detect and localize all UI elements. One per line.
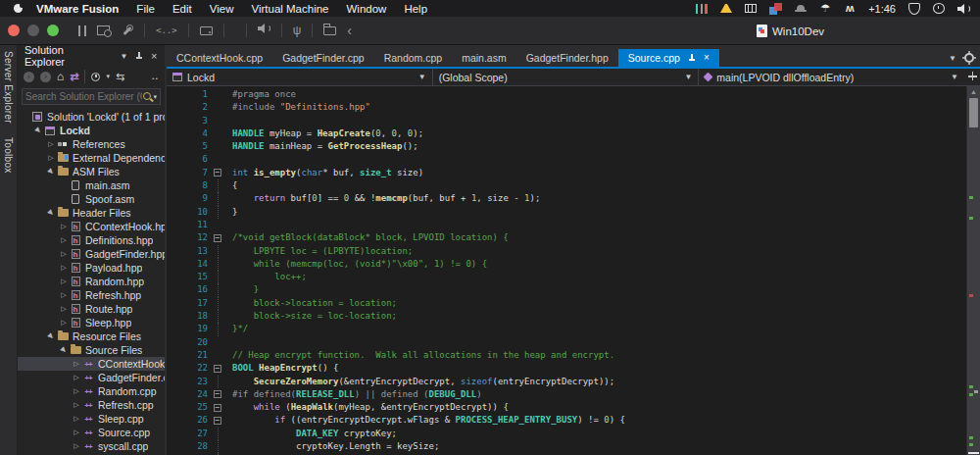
code-line-6[interactable]: 6 <box>167 153 966 166</box>
fan-icon[interactable]: ʍ <box>844 2 856 15</box>
collapsed-arrow-icon[interactable]: ▷ <box>72 374 81 381</box>
fold-toggle[interactable]: − <box>208 167 232 179</box>
search-input[interactable] <box>25 91 142 102</box>
code-line-8[interactable]: 8{ <box>167 179 966 192</box>
tab-random-cpp[interactable]: Random.cpp <box>374 49 453 67</box>
tree-item-lockd[interactable]: ▶Lockd <box>18 124 165 137</box>
scrollbar-up-icon[interactable]: ▲ <box>967 88 980 95</box>
scrollbar-thumb[interactable] <box>969 98 978 127</box>
code-line-14[interactable]: 14 while (memcmp(loc, (void*)"\x00", 1) … <box>167 258 966 271</box>
levels-icon[interactable] <box>696 4 708 14</box>
umbrella-icon[interactable]: ☂ <box>819 2 831 15</box>
code-line-5[interactable]: 5HANDLE mainHeap = GetProcessHeap(); <box>167 140 966 153</box>
search-options-caret-icon[interactable]: ▾ <box>153 93 157 101</box>
tree-item-asm-files[interactable]: ▶ASM Files <box>18 165 165 178</box>
code-line-23[interactable]: 23 SecureZeroMemory(&entryEncryptDecrypt… <box>167 376 966 388</box>
collapsed-arrow-icon[interactable]: ▷ <box>59 264 69 272</box>
code-line-15[interactable]: 15 loc++; <box>167 271 966 283</box>
tree-item-main-asm[interactable]: main.asm <box>18 178 165 192</box>
editor-scrollbar[interactable]: ▲ <box>966 86 980 455</box>
collapse-box-icon[interactable]: − <box>214 365 221 373</box>
tree-item-refresh-hpp[interactable]: ▷hRefresh.hpp <box>18 288 165 302</box>
search-icon[interactable] <box>142 91 153 102</box>
window-zoom-button[interactable] <box>47 25 59 36</box>
code-line-10[interactable]: 10} <box>167 206 966 219</box>
refresh-icon[interactable]: ⇆ <box>116 71 124 83</box>
tab-source-cpp[interactable]: Source.cpp× <box>618 49 719 67</box>
usb-icon[interactable]: ψ <box>293 24 302 37</box>
code-editor[interactable]: 1#pragma once2#include "Definitions.hpp"… <box>167 86 980 455</box>
tree-item-ccontexthook-hpp[interactable]: ▷hCContextHook.hpp <box>18 220 165 233</box>
code-line-4[interactable]: 4HANDLE myHeap = HeapCreate(0, 0, 0); <box>167 127 966 140</box>
code-line-7[interactable]: 7−int is_empty(char* buf, size_t size) <box>167 167 966 179</box>
clock-icon[interactable] <box>933 3 945 14</box>
apple-logo-icon[interactable] <box>14 4 23 13</box>
pin-icon[interactable] <box>133 50 144 62</box>
tree-item-gadgetfinder-hpp[interactable]: ▷hGadgetFinder.hpp <box>18 247 165 261</box>
tree-item-ccontexthook-cpp[interactable]: ▷++CContextHook.cpp <box>18 357 165 371</box>
tab-gadgetfinder-cpp[interactable]: GadgetFinder.cpp <box>272 49 373 67</box>
collapsed-arrow-icon[interactable]: ▷ <box>46 154 56 162</box>
fold-toggle[interactable]: − <box>208 414 232 427</box>
hat-icon[interactable] <box>795 4 807 13</box>
warning-icon[interactable] <box>720 4 732 13</box>
code-line-17[interactable]: 17 block->location = location; <box>167 297 966 310</box>
menu-window[interactable]: Window <box>347 3 387 15</box>
scope-dropdown[interactable]: (Global Scope) ▼ <box>433 69 700 85</box>
window-minimize-button[interactable] <box>27 25 39 36</box>
panel-menu-caret-icon[interactable]: ▼ <box>119 50 129 62</box>
tree-item-random-cpp[interactable]: ▷++Random.cpp <box>18 384 165 398</box>
collapsed-arrow-icon[interactable]: ▷ <box>59 291 69 299</box>
menu-file[interactable]: File <box>136 3 155 15</box>
collapsed-arrow-icon[interactable]: ▷ <box>46 140 56 148</box>
close-panel-icon[interactable]: × <box>149 50 160 62</box>
code-line-12[interactable]: 12−/*void getBlock(dataBlock* block, LPV… <box>167 231 966 244</box>
code-line-26[interactable]: 26− if ((entryEncryptDecrypt.wFlags & PR… <box>167 414 966 427</box>
vertical-tab-toolbox[interactable]: Toolbox <box>3 137 14 174</box>
gear-icon[interactable] <box>964 53 974 63</box>
menu-edit[interactable]: Edit <box>172 3 192 15</box>
code-line-28[interactable]: 28 cryptoKey.Length = keySize; <box>167 440 966 453</box>
tree-item-references[interactable]: ▷References <box>18 137 165 151</box>
code-line-13[interactable]: 13 LPBYTE loc = (LPBYTE)location; <box>167 245 966 258</box>
code-line-27[interactable]: 27 DATA_KEY cryptoKey; <box>167 428 966 440</box>
tree-item-gadgetfinder-cpp[interactable]: ▷++GadgetFinder.cpp <box>18 371 165 384</box>
collapsed-arrow-icon[interactable]: ▷ <box>59 250 69 258</box>
back-icon[interactable]: ‹ <box>347 24 352 37</box>
shield-icon[interactable] <box>908 3 920 15</box>
tree-item-sleep-hpp[interactable]: ▷hSleep.hpp <box>18 316 165 329</box>
tree-item-external-dependencies[interactable]: ▷External Dependencies <box>18 151 165 165</box>
code-line-11[interactable]: 11 <box>167 219 966 231</box>
code-line-16[interactable]: 16 } <box>167 283 966 296</box>
code-line-2[interactable]: 2#include "Definitions.hpp" <box>167 101 966 114</box>
drive-icon[interactable] <box>200 26 213 35</box>
tree-item-refresh-cpp[interactable]: ▷++Refresh.cpp <box>18 398 165 412</box>
menu-help[interactable]: Help <box>404 3 427 15</box>
wrench-icon[interactable] <box>121 25 133 37</box>
code-line-19[interactable]: 19}*/ <box>167 323 966 335</box>
code-line-21[interactable]: 21// Heap encrypt function. Walk all all… <box>167 349 966 362</box>
code-icon[interactable]: <..> <box>156 24 177 37</box>
collapsed-arrow-icon[interactable]: ▷ <box>59 236 69 244</box>
code-line-24[interactable]: 24−#if defined(RELEASE_DLL) || defined (… <box>167 388 966 401</box>
collapsed-arrow-icon[interactable]: ▷ <box>72 387 81 395</box>
tree-item-sleep-cpp[interactable]: ▷++Sleep.cpp <box>18 412 165 426</box>
tree-item-solution-lockd-1-of-1-project-[interactable]: Solution 'Lockd' (1 of 1 project) <box>18 110 165 124</box>
collapsed-arrow-icon[interactable]: ▷ <box>59 319 69 327</box>
code-line-1[interactable]: 1#pragma once <box>167 88 966 101</box>
pending-changes-caret-icon[interactable]: ▾ <box>106 73 110 80</box>
tree-item-route-hpp[interactable]: ▷hRoute.hpp <box>18 302 165 316</box>
collapse-box-icon[interactable]: − <box>214 404 221 412</box>
tree-item-random-hpp[interactable]: ▷hRandom.hpp <box>18 275 165 288</box>
collapsed-arrow-icon[interactable]: ▷ <box>59 278 69 285</box>
tree-item-header-files[interactable]: ▶Header Files <box>18 206 165 220</box>
folder-icon[interactable] <box>323 26 336 35</box>
forward-button[interactable]: › <box>40 72 51 82</box>
method-dropdown[interactable]: main(LPVOID dllOffloadEntry) ▼ <box>699 69 964 85</box>
speaker-icon[interactable] <box>258 24 270 37</box>
collapsed-arrow-icon[interactable]: ▷ <box>59 223 69 230</box>
toolbar-overflow-icon[interactable]: .. <box>152 72 159 81</box>
tree-item-source-files[interactable]: ▶Source Files <box>18 343 165 357</box>
collapse-box-icon[interactable]: − <box>214 417 221 425</box>
collapsed-arrow-icon[interactable]: ▷ <box>72 442 81 450</box>
